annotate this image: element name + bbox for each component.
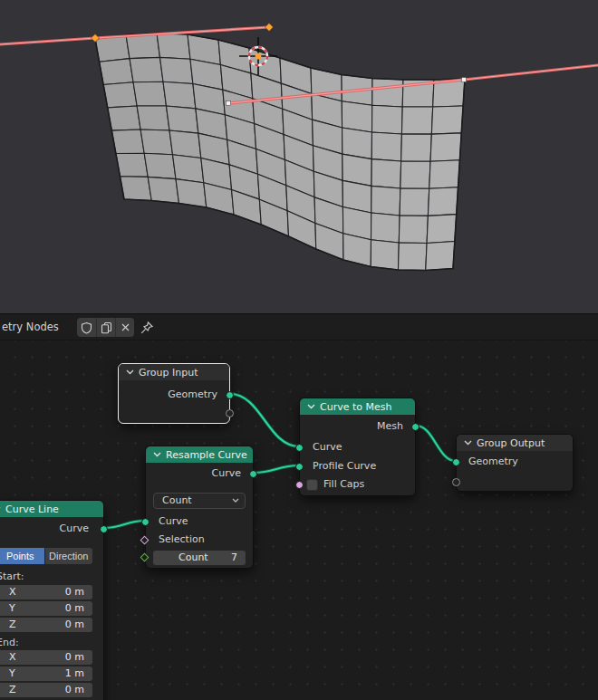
socket-count-input[interactable] xyxy=(140,553,150,562)
new-datablock-button[interactable] xyxy=(96,318,115,337)
input-label-selection: Selection xyxy=(159,533,205,546)
axis-value: 1 m xyxy=(65,666,84,681)
blender-window: etry Nodes xyxy=(0,0,598,700)
mode-dropdown-value: Count xyxy=(162,494,192,507)
copy-icon xyxy=(101,321,112,334)
end-x-field[interactable]: X 0 m xyxy=(0,650,92,665)
pin-icon xyxy=(140,321,154,335)
count-field-value: 7 xyxy=(231,551,237,565)
node-title: Group Output xyxy=(477,437,545,449)
socket-geometry-output[interactable] xyxy=(226,391,234,399)
socket-curve-input[interactable] xyxy=(141,518,150,526)
output-label-mesh: Mesh xyxy=(377,420,403,433)
node-title: Curve Line xyxy=(5,503,59,515)
node-curve-line-header[interactable]: Curve Line xyxy=(0,501,103,517)
fill-caps-checkbox[interactable] xyxy=(306,479,318,491)
socket-curve-output[interactable] xyxy=(249,470,257,478)
node-editor-canvas[interactable]: Group Input Geometry Curve to Mesh Mesh … xyxy=(0,340,598,700)
node-title: Group Input xyxy=(139,367,198,379)
axis-value: 0 m xyxy=(65,683,84,697)
mode-button-group: Points Direction xyxy=(0,548,92,564)
chevron-down-icon xyxy=(0,506,1,512)
chevron-down-icon xyxy=(232,498,239,503)
node-curve-line[interactable]: Curve Line Curve Points Direction Start:… xyxy=(0,500,104,700)
node-group-input-header[interactable]: Group Input xyxy=(119,364,229,380)
start-x-field[interactable]: X 0 m xyxy=(0,585,92,599)
pin-toggle[interactable] xyxy=(140,321,154,335)
socket-selection-input[interactable] xyxy=(140,536,150,545)
end-section-label: End: xyxy=(0,637,19,648)
socket-mesh-output[interactable] xyxy=(411,423,420,431)
unlink-button[interactable] xyxy=(115,318,134,337)
node-group-input[interactable]: Group Input Geometry xyxy=(118,363,230,424)
output-label-curve: Curve xyxy=(212,467,241,480)
mode-button-points[interactable]: Points xyxy=(0,548,44,564)
chevron-down-icon xyxy=(153,452,161,457)
close-icon xyxy=(121,322,130,332)
node-group-output[interactable]: Group Output Geometry xyxy=(456,434,574,492)
socket-virtual-output[interactable] xyxy=(226,409,234,417)
axis-value: 0 m xyxy=(65,585,84,599)
node-editor-header: etry Nodes xyxy=(0,313,598,340)
chevron-down-icon xyxy=(126,369,134,375)
mode-dropdown[interactable]: Count xyxy=(153,493,246,509)
viewport-render xyxy=(0,0,598,313)
nodetree-name-field[interactable]: etry Nodes xyxy=(2,314,59,340)
output-label-geometry: Geometry xyxy=(168,388,217,401)
node-group-output-header[interactable]: Group Output xyxy=(457,435,573,451)
input-label-geometry: Geometry xyxy=(468,455,518,468)
datablock-buttons xyxy=(77,318,134,337)
socket-geometry-input[interactable] xyxy=(452,458,460,466)
output-label-curve: Curve xyxy=(60,523,89,535)
axis-value: 0 m xyxy=(65,601,84,616)
chevron-down-icon xyxy=(464,440,472,446)
node-title: Resample Curve xyxy=(166,449,247,461)
axis-value: 0 m xyxy=(65,650,84,665)
socket-curve-output[interactable] xyxy=(100,525,108,533)
socket-profile-curve-input[interactable] xyxy=(295,463,304,471)
socket-virtual-input[interactable] xyxy=(452,478,460,486)
count-field[interactable]: Count 7 xyxy=(153,551,246,565)
start-section-label: Start: xyxy=(0,571,24,582)
chevron-down-icon xyxy=(307,404,315,409)
shield-icon xyxy=(81,321,92,334)
mode-button-direction[interactable]: Direction xyxy=(45,548,93,564)
end-z-field[interactable]: Z 0 m xyxy=(0,683,92,697)
axis-value: 0 m xyxy=(65,618,84,632)
start-z-field[interactable]: Z 0 m xyxy=(0,618,92,632)
node-resample-curve-header[interactable]: Resample Curve xyxy=(146,446,253,463)
input-label-curve: Curve xyxy=(313,441,342,454)
node-resample-curve[interactable]: Resample Curve Curve Count Curve Selecti… xyxy=(145,446,254,569)
node-title: Curve to Mesh xyxy=(320,401,391,413)
input-label-profile-curve: Profile Curve xyxy=(313,460,376,473)
fake-user-button[interactable] xyxy=(77,318,96,337)
start-y-field[interactable]: Y 0 m xyxy=(0,601,92,616)
node-curve-to-mesh[interactable]: Curve to Mesh Mesh Curve Profile Curve F… xyxy=(299,398,416,496)
3d-viewport[interactable] xyxy=(0,0,598,313)
socket-fill-caps-input[interactable] xyxy=(295,481,304,489)
node-curve-to-mesh-header[interactable]: Curve to Mesh xyxy=(300,398,415,415)
socket-curve-input[interactable] xyxy=(295,444,304,452)
input-label-curve: Curve xyxy=(159,515,188,528)
input-label-fill-caps: Fill Caps xyxy=(323,478,364,491)
end-y-field[interactable]: Y 1 m xyxy=(0,666,92,681)
